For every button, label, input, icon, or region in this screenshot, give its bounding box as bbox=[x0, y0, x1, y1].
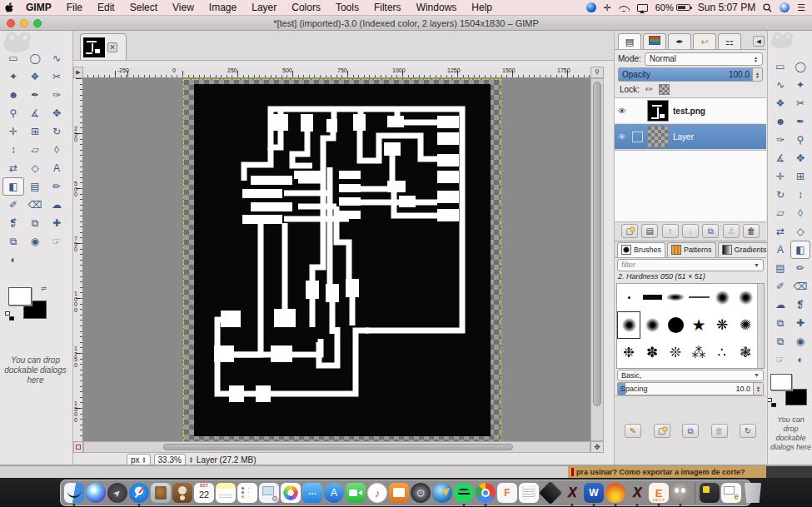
dock-appstore[interactable]: A bbox=[324, 483, 344, 503]
dock-notebook[interactable] bbox=[700, 483, 720, 503]
tool-rotate[interactable]: ↻ bbox=[46, 122, 67, 141]
brush-soft[interactable] bbox=[710, 284, 734, 311]
foreground-color-swatch[interactable] bbox=[8, 287, 32, 306]
opacity-slider[interactable]: Opacity 100.0 ▲▼ bbox=[618, 67, 763, 82]
dock-collapse-icon[interactable]: ◀ bbox=[753, 36, 765, 47]
tool-zoom[interactable]: ⚲ bbox=[790, 131, 810, 149]
dock-photos[interactable] bbox=[281, 483, 301, 503]
dock-launchpad[interactable]: ➤ bbox=[107, 483, 127, 503]
tool-perspective-clone[interactable]: ⧉ bbox=[2, 232, 24, 251]
tool-crop[interactable]: ⊞ bbox=[790, 167, 810, 186]
brush-soft[interactable] bbox=[617, 311, 640, 339]
tool-shear[interactable]: ▱ bbox=[770, 204, 790, 222]
zoom-fit-toggle-button[interactable]: ⚲ bbox=[590, 67, 604, 78]
dock-trash[interactable] bbox=[743, 483, 763, 503]
tool-gradient[interactable]: ▤ bbox=[24, 177, 46, 196]
wifi-icon[interactable] bbox=[619, 3, 630, 12]
tool-cage-transform[interactable]: ◇ bbox=[790, 222, 810, 241]
visibility-eye-icon[interactable]: 👁 bbox=[618, 107, 628, 116]
vertical-scrollbar-thumb[interactable] bbox=[593, 82, 601, 406]
tab-brushes[interactable]: Brushes bbox=[617, 242, 665, 257]
tool-free-select[interactable]: ∿ bbox=[46, 49, 67, 67]
tool-ink[interactable]: ❡ bbox=[790, 296, 810, 314]
delete-layer-button[interactable]: 🗑 bbox=[743, 224, 760, 238]
dock-itunes[interactable]: ♪ bbox=[367, 483, 387, 503]
brush-dot[interactable] bbox=[617, 284, 640, 311]
lock-pixels-icon[interactable]: ✏ bbox=[645, 84, 653, 95]
brush-filter-input[interactable]: filter▼ bbox=[617, 259, 764, 271]
lower-layer-button[interactable]: ↓ bbox=[682, 224, 699, 238]
dock-siri[interactable] bbox=[86, 483, 106, 503]
dock-ibooks[interactable] bbox=[389, 483, 409, 503]
tool-rectangle-select[interactable]: ▭ bbox=[2, 49, 24, 67]
tool-bucket-fill[interactable]: ◧ bbox=[790, 241, 810, 259]
spotlight-search-icon[interactable] bbox=[763, 3, 772, 12]
dock-safari[interactable] bbox=[129, 483, 149, 503]
tool-fuzzy-select[interactable]: ✦ bbox=[790, 76, 810, 94]
tool-cage-transform[interactable]: ◇ bbox=[24, 159, 46, 177]
tab-patterns[interactable]: Patterns bbox=[667, 242, 716, 257]
tool-color-picker[interactable]: ✑ bbox=[46, 86, 67, 104]
delete-brush-button[interactable]: 🗑 bbox=[711, 424, 728, 438]
layer-row-layer[interactable]: 👁 Layer bbox=[615, 124, 766, 150]
duplicate-layer-button[interactable]: ⧉ bbox=[702, 224, 719, 238]
dock-sysprefs[interactable]: ⚙ bbox=[411, 483, 431, 503]
link-checkbox[interactable] bbox=[632, 132, 643, 142]
brush-set-dropdown[interactable]: Basic,▼ bbox=[617, 370, 764, 381]
apple-menu[interactable] bbox=[0, 2, 18, 13]
image-tab-close-icon[interactable]: ✕ bbox=[107, 42, 117, 52]
spacing-slider[interactable]: Spacing 10.0 ▲▼ bbox=[617, 382, 764, 395]
tool-paths[interactable]: ✒ bbox=[790, 112, 810, 131]
tool-gradient[interactable]: ▤ bbox=[770, 259, 790, 277]
tool-paths[interactable]: ✒ bbox=[24, 86, 46, 104]
airplay-icon[interactable] bbox=[637, 4, 648, 12]
tool-rotate[interactable]: ↻ bbox=[770, 186, 790, 204]
canvas-viewport[interactable] bbox=[83, 78, 590, 441]
tool-text[interactable]: A bbox=[46, 159, 67, 177]
tool-scissors-select[interactable]: ✂ bbox=[46, 67, 67, 86]
brush-stamp[interactable]: ⁂ bbox=[687, 339, 710, 366]
tool-crop[interactable]: ⊞ bbox=[24, 122, 46, 141]
brush-stamp[interactable]: ∴ bbox=[710, 339, 734, 366]
horizontal-scrollbar[interactable] bbox=[83, 441, 590, 453]
dock-reminders[interactable] bbox=[237, 483, 257, 503]
unit-dropdown[interactable]: px▲▼ bbox=[127, 454, 151, 465]
menu-file[interactable]: File bbox=[59, 0, 90, 16]
brush-softellipse[interactable] bbox=[664, 284, 687, 311]
dock-mail[interactable] bbox=[151, 483, 171, 503]
dock-xquartz2[interactable]: X bbox=[627, 483, 647, 503]
menu-layer[interactable]: Layer bbox=[244, 0, 284, 16]
quick-mask-button[interactable] bbox=[73, 441, 83, 453]
tool-pencil[interactable]: ✏ bbox=[46, 177, 67, 196]
tool-airbrush[interactable]: ☁ bbox=[770, 296, 790, 314]
tool-align[interactable]: ✛ bbox=[2, 122, 24, 141]
tool-measure[interactable]: ∡ bbox=[770, 149, 790, 167]
brush-stamp[interactable]: ✽ bbox=[640, 339, 664, 366]
dock-automator[interactable] bbox=[259, 483, 279, 503]
brush-stamp[interactable]: ❋ bbox=[710, 311, 734, 339]
unit-spinner[interactable]: ▲▼ bbox=[142, 456, 147, 463]
tab-paths[interactable]: ✒ bbox=[668, 33, 691, 49]
duplicate-brush-button[interactable]: ⧉ bbox=[682, 424, 699, 438]
menu-help[interactable]: Help bbox=[464, 0, 500, 16]
layer-name[interactable]: test.png bbox=[673, 107, 705, 116]
tool-eraser[interactable]: ⌫ bbox=[790, 277, 810, 296]
tool-pencil[interactable]: ✏ bbox=[790, 259, 810, 277]
tool-measure[interactable]: ∡ bbox=[24, 104, 46, 122]
brush-stamp[interactable]: ❊ bbox=[664, 339, 687, 366]
brush-stamp[interactable]: ❃ bbox=[734, 339, 757, 366]
tool-paintbrush[interactable]: ✐ bbox=[2, 196, 24, 214]
tool-move[interactable]: ✥ bbox=[46, 104, 67, 122]
dock-word[interactable]: W bbox=[584, 483, 604, 503]
tool-ellipse-select[interactable]: ◯ bbox=[790, 57, 810, 76]
tool-text[interactable]: A bbox=[770, 241, 790, 259]
raise-layer-button[interactable]: ↑ bbox=[662, 224, 679, 238]
spacing-spinner[interactable]: ▲▼ bbox=[753, 383, 763, 395]
tab-layers[interactable]: ▤ bbox=[618, 33, 641, 49]
menu-tools[interactable]: Tools bbox=[328, 0, 366, 16]
tool-foreground-select[interactable]: ☻ bbox=[770, 112, 790, 131]
tool-heal[interactable]: ✚ bbox=[790, 314, 810, 332]
tool-dodge-burn[interactable]: ◐ bbox=[2, 251, 24, 269]
tool-flip[interactable]: ⇄ bbox=[2, 159, 24, 177]
tool-free-select[interactable]: ∿ bbox=[770, 76, 790, 94]
